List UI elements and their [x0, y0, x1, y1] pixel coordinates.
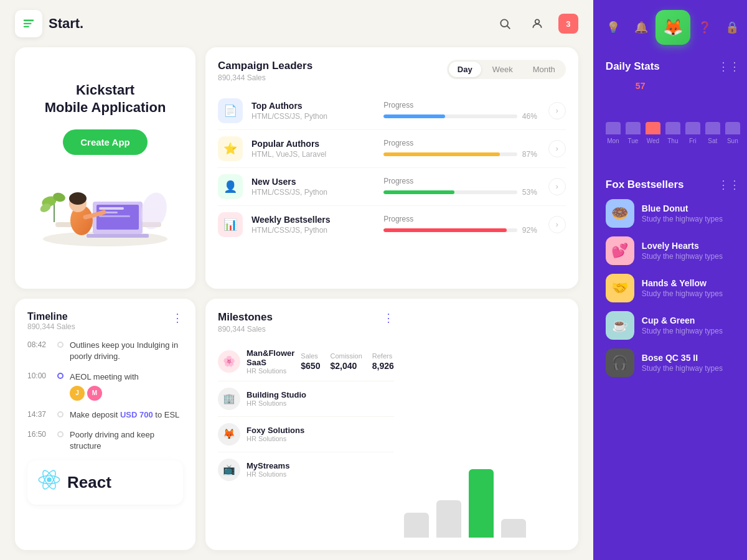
fb-subtitle: Study the highway types: [642, 252, 740, 261]
list-item: 🦊 Foxy Solutions HR Solutions: [218, 417, 394, 452]
right-sidebar: 💡 🔔 🦊 ❓ 🔒 Daily Stats ⋮⋮ 57 Mon Tue Wed …: [593, 0, 747, 560]
timeline-card: ⋮ Timeline 890,344 Sales 08:42 Outlines …: [15, 299, 195, 550]
list-item: 📊 Weekly Bestsellers HTML/CSS/JS, Python…: [218, 206, 566, 243]
campaign-rows: 📄 Top Authors HTML/CSS/JS, Python Progre…: [218, 92, 566, 243]
ms-bar-item: [469, 469, 494, 538]
content-grid: Kickstart Mobile Application Create App: [0, 47, 593, 560]
fb-subtitle: Study the highway types: [642, 327, 740, 335]
chart-bar-item: Fri: [685, 122, 700, 144]
kickstart-title: Kickstart Mobile Application: [45, 82, 166, 117]
campaign-info: New Users HTML/CSS/JS, Python: [251, 177, 383, 197]
fb-thumbnail: 🎧: [606, 348, 634, 377]
list-item: 08:42 Outlines keep you Indulging in poo…: [27, 340, 183, 362]
chart-day-label: Sat: [708, 138, 717, 144]
avatar: M: [87, 386, 102, 401]
header: Start. 3: [0, 0, 593, 47]
chevron-right-icon[interactable]: ›: [548, 178, 566, 195]
chart-day-label: Thu: [667, 138, 678, 144]
chart-bar-item: Wed: [646, 122, 660, 144]
chevron-right-icon[interactable]: ›: [548, 216, 566, 233]
sidebar-icon-lightbulb[interactable]: 💡: [599, 14, 627, 41]
daily-stats-section: Daily Stats ⋮⋮ 57 Mon Tue Wed Thu Fri Sa…: [593, 50, 747, 178]
fb-name: Blue Donut: [642, 203, 740, 213]
progress-label: Progress: [383, 101, 542, 110]
list-item: 💕 Lovely Hearts Study the highway types: [606, 236, 740, 265]
svg-point-22: [47, 477, 52, 482]
fb-name: Bose QC 35 II: [642, 353, 740, 363]
bar: [705, 122, 720, 134]
logo-text: Start.: [49, 16, 83, 32]
tl-dot: [57, 342, 63, 348]
user-icon[interactable]: [526, 12, 548, 35]
fb-name: Cup & Green: [642, 315, 740, 325]
campaign-icon: 📊: [218, 212, 243, 237]
campaign-icon: ⭐: [218, 136, 243, 161]
bar: [646, 122, 660, 134]
create-app-button[interactable]: Create App: [63, 129, 147, 155]
svg-line-4: [507, 26, 510, 29]
fb-name: Lovely Hearts: [642, 241, 740, 251]
fox-bestsellers-header: Fox Bestsellers ⋮⋮: [606, 178, 740, 192]
search-icon[interactable]: [494, 12, 516, 35]
campaign-info: Weekly Bestsellers HTML/CSS/JS, Python: [251, 215, 383, 235]
timeline-options-icon[interactable]: ⋮: [172, 311, 183, 325]
milestones-subtitle: 890,344 Sales: [218, 325, 273, 334]
daily-stats-header: Daily Stats ⋮⋮: [606, 60, 740, 73]
chevron-right-icon[interactable]: ›: [548, 140, 566, 157]
chevron-right-icon[interactable]: ›: [548, 102, 566, 119]
logo-box: [15, 10, 42, 37]
progress-bar: 46%: [383, 112, 542, 121]
campaign-icon: 📄: [218, 98, 243, 123]
campaign-name: Popular Authors: [251, 139, 383, 149]
svg-rect-10: [99, 207, 124, 210]
daily-stats-options-icon[interactable]: ⋮⋮: [718, 60, 740, 73]
list-item: 🍩 Blue Donut Study the highway types: [606, 199, 740, 228]
ms-bar-item: [436, 500, 461, 538]
progress-pct: 92%: [522, 226, 542, 235]
svg-rect-12: [99, 215, 130, 217]
milestones-header: Milestones 890,344 Sales ⋮: [218, 311, 394, 334]
tab-month[interactable]: Month: [524, 62, 564, 77]
fox-bestsellers-list: 🍩 Blue Donut Study the highway types 💕 L…: [606, 199, 740, 377]
notification-badge[interactable]: 3: [558, 14, 578, 34]
chart-bar-item: Thu: [665, 122, 680, 144]
fb-subtitle: Study the highway types: [642, 364, 740, 373]
progress-label: Progress: [383, 139, 542, 147]
react-label: React: [67, 473, 111, 492]
ms-bar-item: [404, 513, 429, 538]
react-badge: React: [27, 460, 183, 505]
sidebar-icon-bell[interactable]: 🔔: [627, 14, 655, 41]
bar: [606, 122, 621, 134]
chart-day-label: Mon: [607, 138, 619, 144]
react-icon: [37, 468, 61, 497]
progress-label: Progress: [383, 177, 542, 185]
list-item: ⭐ Popular Authors HTML, VueJS, Laravel P…: [218, 130, 566, 168]
ms-bar-item: [501, 519, 526, 538]
chart-day-label: Wed: [647, 138, 659, 144]
timeline-items: 08:42 Outlines keep you Indulging in poo…: [27, 340, 183, 452]
sidebar-icon-lock[interactable]: 🔒: [718, 14, 746, 41]
sidebar-icon-question[interactable]: ❓: [691, 14, 718, 41]
campaign-name: Top Authors: [251, 101, 383, 111]
milestones-options-icon[interactable]: ⋮: [383, 311, 394, 325]
tab-week[interactable]: Week: [484, 62, 522, 77]
campaign-icon: 👤: [218, 174, 243, 199]
progress-section: Progress 46%: [383, 101, 542, 121]
list-item: 14:37 Make deposit USD 700 to ESL: [27, 409, 183, 421]
svg-rect-0: [24, 20, 34, 21]
sidebar-icon-fox-active[interactable]: 🦊: [655, 10, 690, 45]
ms-icon: 🌸: [218, 350, 240, 373]
fox-bestsellers-options-icon[interactable]: ⋮⋮: [718, 178, 740, 192]
chart-bar-item: Sun: [725, 122, 740, 144]
ms-bar: [501, 519, 526, 538]
ms-bar: [469, 469, 494, 538]
fb-thumbnail: ☕: [606, 311, 634, 340]
ms-bar: [436, 500, 461, 538]
header-right: 3: [494, 12, 578, 35]
campaign-header: Campaign Leaders 890,344 Sales Day Week …: [218, 60, 566, 82]
svg-point-5: [535, 19, 540, 24]
fb-subtitle: Study the highway types: [642, 289, 740, 298]
tab-day[interactable]: Day: [449, 62, 481, 77]
daily-chart-bars: Mon Tue Wed Thu Fri Sat Sun: [606, 81, 740, 156]
campaign-name: Weekly Bestsellers: [251, 215, 383, 225]
